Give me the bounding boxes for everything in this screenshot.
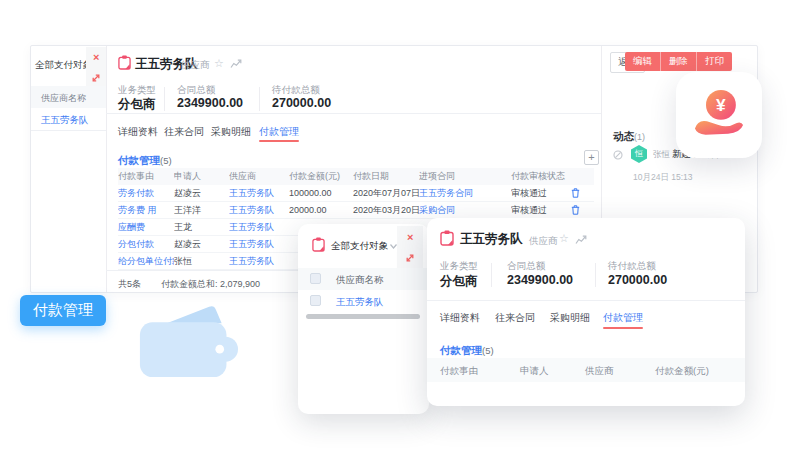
cell-applicant: 王洋洋 xyxy=(174,204,229,217)
payees-sidebar: 全部支付对象 × 供应商名称 王五劳务队 xyxy=(31,46,106,292)
divider xyxy=(106,46,107,292)
svg-text:¥: ¥ xyxy=(716,95,726,115)
stat-value: 2349900.00 xyxy=(177,96,243,110)
supplier-link[interactable]: 王五劳务队 xyxy=(336,296,384,309)
tab-contracts[interactable]: 往来合同 xyxy=(164,125,204,139)
card-title: 王五劳务队 xyxy=(460,231,523,248)
cell-supplier[interactable]: 王五劳务队 xyxy=(229,238,289,251)
cell-applicant: 张恒 xyxy=(174,255,229,268)
divider xyxy=(259,87,260,111)
cell-reason[interactable]: 给分包单位付款 xyxy=(118,255,174,268)
card-list-row[interactable]: 王五劳务队 xyxy=(298,290,429,312)
trash-icon[interactable] xyxy=(571,205,580,215)
sidebar-column-header: 供应商名称 xyxy=(31,86,106,108)
cell-status: 审核通过 xyxy=(511,204,571,217)
add-payment-button[interactable]: + xyxy=(584,150,599,165)
cell-amount: 100000.00 xyxy=(289,188,353,198)
section-header: 付款管理(5) xyxy=(440,340,494,358)
stat-label: 合同总额 xyxy=(507,260,545,273)
activity-title: 动态(1) xyxy=(613,126,645,144)
close-icon[interactable]: × xyxy=(93,52,99,63)
cell-supplier[interactable]: 王五劳务队 xyxy=(229,255,289,268)
sidebar-icon-strip: × xyxy=(86,47,106,91)
card-table-header-row: 付款事由 申请人 供应商 付款金额(元) xyxy=(427,358,745,382)
stat-value: 分包商 xyxy=(118,96,156,113)
table-row[interactable]: 劳务费 用 王洋洋 王五劳务队 20000.00 2020年03月20日 采购合… xyxy=(118,202,594,219)
status-circle-icon xyxy=(613,150,623,160)
sidebar-item-supplier[interactable]: 王五劳务队 xyxy=(41,114,89,127)
tab-purchases[interactable]: 采购明细 xyxy=(550,311,590,325)
horizontal-scrollbar[interactable] xyxy=(306,314,420,319)
divider xyxy=(595,263,596,287)
yuan-coin-hand-icon: ¥ xyxy=(692,89,746,141)
tab-payments[interactable]: 付款管理 xyxy=(259,125,299,139)
divider xyxy=(31,130,106,131)
expand-icon[interactable] xyxy=(405,253,415,263)
tab-details[interactable]: 详细资料 xyxy=(440,311,480,325)
divider xyxy=(164,87,165,111)
trash-icon[interactable] xyxy=(571,188,580,198)
payment-management-chip[interactable]: 付款管理 xyxy=(20,295,106,326)
cell-reason[interactable]: 分包付款 xyxy=(118,238,174,251)
stat-label: 业务类型 xyxy=(440,260,478,273)
tab-purchases[interactable]: 采购明细 xyxy=(211,125,251,139)
supplier-tag: 供应商 xyxy=(181,59,210,72)
row-checkbox[interactable] xyxy=(310,295,321,306)
overlay-detail-card: 王五劳务队 供应商 ☆ 业务类型 分包商 合同总额 2349900.00 待付款… xyxy=(427,218,745,406)
overlay-payees-card: 全部支付对象 × 供应商名称 王五劳务队 xyxy=(298,224,429,414)
card-column-header-row: 供应商名称 xyxy=(298,268,429,290)
stat-value: 270000.00 xyxy=(272,96,331,110)
section-count: (5) xyxy=(482,345,494,356)
cell-supplier[interactable]: 王五劳务队 xyxy=(229,204,289,217)
section-count: (5) xyxy=(160,155,172,166)
table-header-row: 付款事由 申请人 供应商 付款金额(元) 付款日期 进项合同 付款审核状态 xyxy=(118,168,594,185)
cell-contract[interactable]: 采购合同 xyxy=(419,204,511,217)
expand-icon[interactable] xyxy=(91,73,101,83)
cell-amount: 20000.00 xyxy=(289,205,353,215)
avatar: 恒 xyxy=(631,145,647,163)
cell-applicant: 赵凌云 xyxy=(174,238,229,251)
star-icon[interactable]: ☆ xyxy=(559,232,569,245)
trend-icon[interactable] xyxy=(575,235,587,245)
close-icon[interactable]: × xyxy=(407,232,413,243)
cell-reason[interactable]: 劳务费 用 xyxy=(118,204,174,217)
chevron-down-icon[interactable] xyxy=(390,244,397,249)
cell-contract[interactable]: 王五劳务合同 xyxy=(419,187,511,200)
supplier-tag: 供应商 xyxy=(529,235,558,248)
section-title: 付款管理 xyxy=(440,344,482,356)
card-icon-strip: × xyxy=(397,226,423,272)
tab-contracts[interactable]: 往来合同 xyxy=(495,311,535,325)
cell-date: 2020年07月07日 xyxy=(353,187,419,200)
clipboard-icon xyxy=(118,55,131,70)
row-count: 共5条 xyxy=(118,278,141,291)
table-row[interactable]: 劳务付款 赵凌云 王五劳务队 100000.00 2020年07月07日 王五劳… xyxy=(118,185,594,202)
cell-date: 2020年03月20日 xyxy=(353,204,419,217)
wallet-icon xyxy=(138,300,238,382)
section-title: 付款管理 xyxy=(118,154,160,166)
cell-status: 审核通过 xyxy=(511,187,571,200)
cell-applicant: 赵凌云 xyxy=(174,187,229,200)
divider xyxy=(491,263,492,287)
trend-icon[interactable] xyxy=(230,59,242,69)
star-icon[interactable]: ☆ xyxy=(214,57,224,70)
cell-applicant: 王龙 xyxy=(174,221,229,234)
tab-payments[interactable]: 付款管理 xyxy=(603,311,643,325)
cell-reason[interactable]: 应酬费 xyxy=(118,221,174,234)
cell-reason[interactable]: 劳务付款 xyxy=(118,187,174,200)
activity-user[interactable]: 张恒 xyxy=(653,149,670,161)
select-all-checkbox[interactable] xyxy=(310,273,321,284)
tab-details[interactable]: 详细资料 xyxy=(118,125,158,139)
stat-value: 270000.00 xyxy=(608,273,667,287)
active-tab-underline xyxy=(259,140,299,142)
stat-value: 2349900.00 xyxy=(507,273,573,287)
cell-supplier[interactable]: 王五劳务队 xyxy=(229,221,289,234)
active-tab-underline xyxy=(603,327,643,329)
divider xyxy=(427,300,745,301)
amount-total: 付款金额总和: 2,079,900 xyxy=(161,278,260,291)
stat-value: 分包商 xyxy=(440,273,478,290)
section-header: 付款管理(5) xyxy=(118,150,172,168)
activity-time: 10月24日 15:13 xyxy=(633,172,693,184)
cell-supplier[interactable]: 王五劳务队 xyxy=(229,187,289,200)
divider xyxy=(106,113,601,114)
card-title: 全部支付对象 xyxy=(331,240,388,253)
